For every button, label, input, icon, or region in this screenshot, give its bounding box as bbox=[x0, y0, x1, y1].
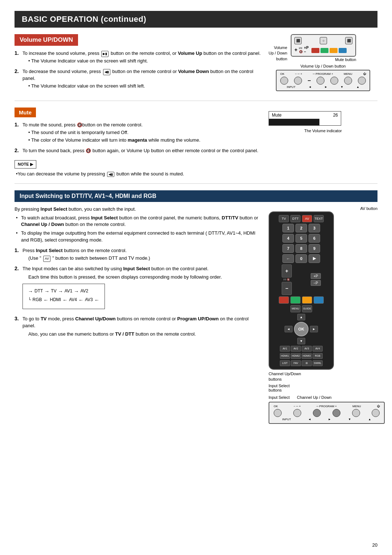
ch-plus: +P bbox=[311, 273, 321, 279]
btn-2: 2 bbox=[295, 224, 307, 232]
nav-down: ▼ bbox=[340, 85, 343, 89]
note-label: NOTE bbox=[15, 160, 36, 169]
separator bbox=[308, 80, 311, 81]
mute-text: Mute bbox=[272, 113, 282, 118]
volume-step2-content: To decrease the sound volume, press ◀▮ b… bbox=[23, 68, 261, 90]
power-bottom bbox=[372, 409, 380, 417]
btn-6: 6 bbox=[309, 234, 320, 243]
av-btn-icon: AV bbox=[43, 256, 50, 262]
vol-m-bottom bbox=[293, 409, 301, 417]
input-step2-num: 2. bbox=[15, 266, 20, 271]
nav-d-bottom: ▼ bbox=[348, 418, 351, 421]
vol-updown-panel-label: Volume Up / Down button bbox=[269, 64, 377, 68]
flow-hdmi: HDMI bbox=[50, 297, 61, 303]
flow-rgb: RGB bbox=[33, 297, 42, 303]
step-number-1: 1. bbox=[15, 50, 20, 56]
remote-control-big: TV DTT AV TEXT 1 2 3 4 5 6 7 bbox=[269, 211, 334, 370]
input-select-row2: HDMI1 HDMI2 HDMI3 RGB bbox=[273, 353, 330, 359]
volume-step1-bullet: • The Volume Indicator value on the scre… bbox=[23, 58, 261, 65]
vol-number: 26 bbox=[333, 113, 338, 118]
ch-m-btn: − bbox=[304, 50, 309, 54]
rgb-btn: RGB bbox=[313, 353, 323, 359]
input-step2-content: The Input modes can be also switched by … bbox=[23, 266, 261, 312]
vol-plus-btn: + bbox=[294, 47, 297, 53]
mute-button-label: Mute button bbox=[291, 57, 356, 62]
yellow-btn-remote bbox=[302, 296, 312, 304]
panel-btn-left: ⬛ bbox=[294, 37, 302, 44]
vol-minus-btn bbox=[294, 77, 302, 85]
note-content: •You can decrease the volume by pressing… bbox=[15, 171, 261, 177]
btn-back: ← bbox=[282, 254, 294, 263]
text-btn: TEXT bbox=[314, 215, 324, 222]
dtt-btn: DTT bbox=[290, 215, 301, 222]
tt-btn: ⊞ bbox=[302, 360, 312, 366]
input-step3-content: To go to TV mode, press Channel Up/Down … bbox=[23, 316, 261, 338]
page-number: 20 bbox=[372, 542, 377, 548]
yellow-btn bbox=[330, 48, 338, 53]
av2-btn: AV2 bbox=[291, 346, 301, 352]
nav-up: ▲ bbox=[356, 85, 359, 89]
flow-av1: AV1 bbox=[65, 288, 73, 294]
nav-l-bottom: ◄ bbox=[308, 418, 311, 421]
av1-btn: AV1 bbox=[280, 346, 290, 352]
mute-section-header: Mute bbox=[15, 108, 36, 117]
input-label: INPUT bbox=[287, 85, 295, 89]
volume-indicator: Mute 26 bbox=[269, 111, 341, 126]
tv-btn: TV bbox=[279, 215, 289, 222]
swml-btn: SWML bbox=[313, 360, 323, 366]
input-step1-content: Press Input Select buttons on the remote… bbox=[23, 247, 261, 262]
panel-btn-right: ⬛ bbox=[345, 37, 352, 44]
red-btn bbox=[311, 48, 319, 53]
btn-8: 8 bbox=[295, 244, 307, 253]
ch-block: +P −P bbox=[311, 273, 321, 286]
input-select-row3: LIST FAV ⊞ SWML bbox=[273, 360, 330, 366]
hdmi3-btn: HDMI3 bbox=[302, 353, 312, 359]
vol-indicator-label: The Volume indicator bbox=[269, 129, 377, 133]
power-btn bbox=[358, 77, 366, 85]
nav-right-btn: ► bbox=[310, 326, 318, 332]
menu-bottom bbox=[352, 409, 360, 417]
mute-step1-content: To mute the sound, press 🔇button on the … bbox=[23, 122, 261, 144]
volume-step1-content: To increase the sound volume, press ▶▮ b… bbox=[23, 50, 261, 65]
vol-bar bbox=[269, 119, 319, 125]
menu-remote: MENU bbox=[290, 305, 301, 312]
btn-3: 3 bbox=[309, 224, 320, 232]
ch-minus: −P bbox=[311, 280, 321, 286]
control-panel-strip: OK − ─ + ─ PROGRAM + MENU ⏻ INPUT bbox=[276, 70, 370, 91]
red-btn-remote bbox=[279, 296, 289, 304]
prog-minus-btn bbox=[330, 77, 338, 85]
nav-u-bottom: ▲ bbox=[368, 418, 371, 421]
input-intro: By pressing Input Select button, you can… bbox=[15, 206, 261, 212]
volume-section-header: Volume UP/DOWN bbox=[15, 34, 78, 46]
vol-plus-remote: + bbox=[282, 264, 292, 278]
ch-p-btn: +P bbox=[304, 46, 309, 50]
color-buttons-panel bbox=[311, 48, 347, 53]
ok-remote-btn: OK bbox=[294, 322, 309, 336]
guide-remote: GUIDE bbox=[302, 305, 312, 312]
av-button-label: AV button bbox=[269, 206, 377, 211]
vol-minus-remote: − bbox=[282, 282, 292, 295]
input-section-header: Input Switching to DTT/TV, AV1~4, HDMI a… bbox=[15, 190, 377, 202]
btn-5: 5 bbox=[295, 234, 307, 243]
nav-up-btn: ▲ bbox=[297, 314, 305, 320]
fav-btn: FAV bbox=[291, 360, 301, 366]
nav-r-bottom: ► bbox=[328, 418, 331, 421]
green-btn-remote bbox=[290, 296, 301, 304]
vol-plus-btn2 bbox=[317, 77, 324, 85]
panel-btn-center: ○ bbox=[320, 37, 327, 44]
green-btn bbox=[320, 48, 328, 53]
flow-av2: AV2 bbox=[80, 288, 88, 294]
nav-left: ◄ bbox=[309, 85, 311, 89]
btn-9: 9 bbox=[309, 244, 320, 253]
volume-updown-label: VolumeUp / Downbutton bbox=[269, 45, 287, 62]
input-bullet1: To watch actual broadcast, press Input S… bbox=[15, 215, 261, 228]
input-step3-num: 3. bbox=[15, 316, 20, 321]
input-label-bottom: INPUT bbox=[282, 418, 291, 421]
nav-down-btn: ▼ bbox=[297, 338, 305, 344]
vol-down-icon: ◀▮ bbox=[103, 69, 110, 75]
btn-play: ▶ bbox=[309, 254, 320, 263]
mute-step2-num: 2. bbox=[15, 147, 20, 153]
vol-up-icon: ▶▮ bbox=[101, 51, 109, 57]
btn-0: 0 bbox=[295, 254, 307, 263]
step-number-2: 2. bbox=[15, 68, 20, 74]
